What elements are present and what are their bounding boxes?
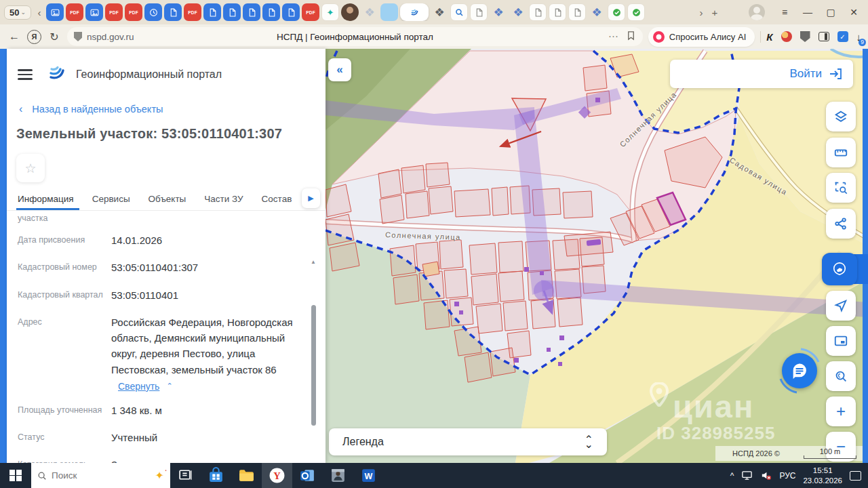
tray-expand-icon[interactable]: ^ [730,471,734,481]
url-more-icon[interactable]: ⋯ [608,30,619,43]
side-tabs-icon[interactable] [818,32,829,41]
alice-icon [653,31,665,43]
ask-alice-button[interactable]: Спросить Алису AI [648,27,755,47]
browser-menu-button[interactable]: ≡ [774,3,795,22]
browser-tab-doc-white-icon[interactable] [549,3,566,21]
collapse-address-link[interactable]: Свернуть⌃ [118,381,301,392]
scrollbar-thumb[interactable] [311,305,316,426]
browser-tab-lightblue-icon[interactable] [380,3,398,21]
browser-tab-gerb-icon[interactable]: ❖ [588,3,606,21]
minimap-tool-button[interactable] [826,326,856,356]
site-security-icon[interactable] [74,32,82,41]
browser-tab-pdf-icon[interactable]: PDF [105,3,123,21]
browser-tab-gerb-dark-icon[interactable]: ❖ [431,3,448,21]
browser-tab-doc-white-icon[interactable] [568,3,586,21]
extension-icon[interactable] [781,31,792,42]
volume-muted-icon[interactable] [760,470,772,481]
chat-fab-button[interactable] [782,353,817,388]
taskbar-app-photos[interactable] [323,463,353,488]
bookmark-icon[interactable] [626,30,636,43]
minimize-button[interactable]: — [797,3,818,22]
browser-tab-doc-icon[interactable] [223,3,241,21]
start-button[interactable] [0,463,31,488]
taskbar-app-store[interactable] [201,463,231,488]
language-indicator[interactable]: РУС [779,471,795,481]
layers-tool-button[interactable] [826,102,856,131]
map-canvas[interactable] [326,49,868,463]
tab-counter[interactable]: 50 ⌄ [4,5,31,20]
scroll-up-arrow[interactable]: ▲ [311,259,316,265]
favorite-star-button[interactable]: ☆ [16,154,45,182]
yandex-home-icon[interactable]: Я [27,30,41,44]
ruler-tool-button[interactable] [826,138,856,167]
tab-strip[interactable]: PDFPDFPDFPDFPDF✦❖❖❖❖❖ [46,3,694,21]
browser-tab-gerb-icon[interactable]: ❖ [509,3,527,21]
taskbar-app-explorer[interactable] [231,463,262,488]
kinopoisk-extension-icon[interactable]: К [766,31,772,43]
tab-Сервисы[interactable]: Сервисы [92,194,130,210]
browser-tab-search-icon[interactable] [450,3,468,21]
share-tool-button[interactable] [826,209,856,239]
search-input[interactable] [52,470,126,481]
browser-tab-img-icon[interactable] [46,3,64,21]
protect-check-icon[interactable]: ✓ [837,31,848,42]
zoom-in-tool-button[interactable]: + [826,396,856,426]
new-tab-button[interactable]: + [708,7,722,18]
taskbar-app-task-view[interactable] [170,463,201,488]
browser-tab-doc-white-icon[interactable] [470,3,488,21]
browser-tab-img-icon[interactable] [85,3,103,21]
adblock-shield-icon[interactable] [800,31,810,42]
tab-Состав[interactable]: Состав [262,194,292,210]
browser-tab-gerb-faded-icon[interactable]: ❖ [361,3,378,21]
tabs-scroll-right-button[interactable]: ▶ [302,188,320,208]
object-attributes[interactable]: участка Дата присвоения14.01.2026Кадастр… [7,211,326,463]
refresh-button[interactable]: ↻ [47,30,62,43]
browser-tab-pdf-icon[interactable]: PDF [125,3,142,21]
browser-tab-pdf-icon[interactable]: PDF [302,3,319,21]
browser-tab-doc-icon[interactable] [203,3,221,21]
tab-Информация[interactable]: Информация [18,194,74,210]
browser-tab-check-icon[interactable] [608,3,625,21]
clock[interactable]: 15:51 23.03.2026 [803,466,842,485]
browser-tab-gerb-icon[interactable]: ❖ [490,3,507,21]
browser-tab-doc-icon[interactable] [282,3,300,21]
legend-bar[interactable]: Легенда ⌃⌄ [329,428,607,455]
close-button[interactable]: ✕ [844,3,864,22]
downloads-button[interactable]: ↓9 [856,31,862,43]
browser-tab-doc-icon[interactable] [164,3,182,21]
taskbar-app-outlook[interactable] [292,463,323,488]
taskbar-app-word[interactable]: W [353,463,384,488]
browser-tab-sparkle-icon[interactable]: ✦ [321,3,339,21]
profile-avatar[interactable] [749,4,765,20]
taskbar-app-yandex-browser[interactable]: Y [262,463,292,488]
back-button[interactable]: ← [7,30,22,43]
address-search-tool-button[interactable] [826,361,856,391]
taskbar-search[interactable]: ✦ [31,463,170,488]
panel-scrollbar[interactable]: ▲ ▼ [311,264,317,488]
browser-tab-app-icon[interactable] [144,3,162,21]
scroll-tabs-right-button[interactable]: › [694,7,708,18]
portal-menu-icon[interactable] [18,69,33,80]
url-field[interactable]: nspd.gov.ru НСПД | Геоинформационный пор… [67,27,643,46]
browser-tab-pdf-icon[interactable]: PDF [66,3,83,21]
back-to-results-link[interactable]: ‹ Назад в найденные объекты [19,103,326,115]
area-search-tool-button[interactable] [826,173,856,203]
scroll-tabs-left-button[interactable]: ‹ [33,7,46,18]
locate-tool-button[interactable] [826,291,856,321]
browser-tab-doc-white-icon[interactable] [529,3,547,21]
object-card-tool-button[interactable] [822,253,857,285]
browser-tab-doc-icon[interactable] [262,3,280,21]
attribute-label: Категория земель [18,457,111,463]
browser-tab-avatar-icon[interactable] [341,3,359,21]
tab-Части ЗУ[interactable]: Части ЗУ [204,194,243,210]
maximize-button[interactable]: ▢ [821,3,841,22]
network-icon[interactable] [741,470,753,481]
browser-tab-check-icon[interactable] [627,3,645,21]
login-bar[interactable]: Войти [670,60,853,88]
browser-tab-doc-icon[interactable] [243,3,260,21]
notification-center-icon[interactable] [850,471,861,481]
active-tab-nspd[interactable] [400,3,429,21]
collapse-panel-button[interactable]: « [328,58,351,81]
browser-tab-pdf-icon[interactable]: PDF [184,3,201,21]
tab-Объекты[interactable]: Объекты [149,194,186,210]
